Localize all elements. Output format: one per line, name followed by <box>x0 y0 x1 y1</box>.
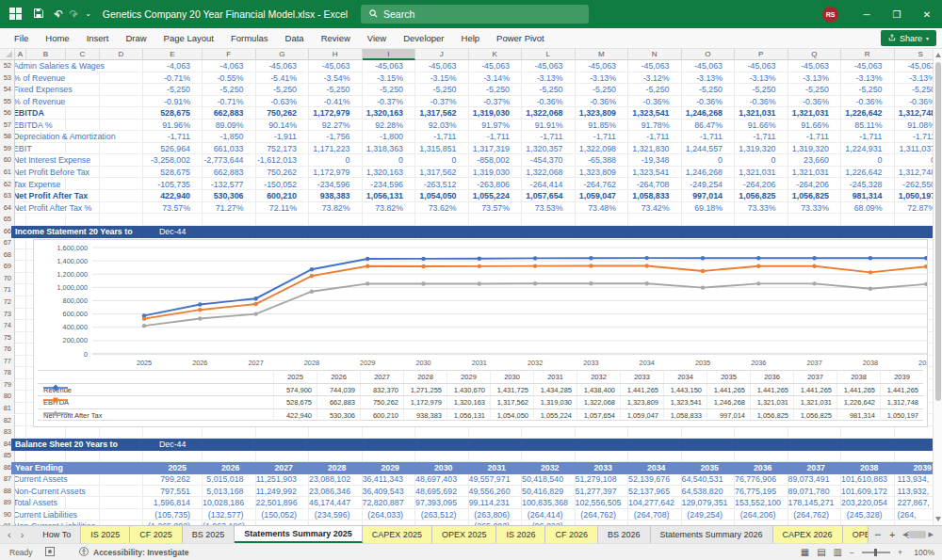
column-header-n[interactable]: N <box>628 49 682 60</box>
ribbon-tab-formulas[interactable]: Formulas <box>222 29 277 47</box>
vertical-scrollbar[interactable] <box>933 49 942 525</box>
restore-button[interactable]: ❐ <box>882 0 912 28</box>
column-header-c[interactable]: C <box>66 49 100 60</box>
sheet-tab-is-2025[interactable]: IS 2025 <box>81 526 130 543</box>
row-header-65[interactable]: 65 <box>0 214 15 226</box>
zoom-out-icon[interactable]: − <box>850 548 854 557</box>
sheet-tab-opex-2025[interactable]: OPEX 2025 <box>432 526 497 543</box>
row-header-73[interactable]: 73 <box>0 309 15 321</box>
sheet-tab-bs-2025[interactable]: BS 2025 <box>183 526 236 543</box>
select-all-corner[interactable] <box>0 49 15 60</box>
column-header-e[interactable]: E <box>143 49 203 60</box>
sheet-tab-capex-2026[interactable]: CAPEX 2026 <box>773 526 843 543</box>
search-input[interactable]: Search <box>361 5 589 24</box>
new-sheet-button[interactable]: + <box>889 529 895 540</box>
vertical-scroll-thumb[interactable] <box>935 62 941 401</box>
column-header-f[interactable]: F <box>203 49 256 60</box>
column-header-i[interactable]: I <box>363 49 416 60</box>
undo-icon[interactable]: ↶▾ <box>54 8 60 20</box>
column-header-b[interactable]: B <box>26 49 66 60</box>
row-header-85[interactable]: 85 <box>0 450 15 462</box>
column-header-g[interactable]: G <box>256 49 310 60</box>
excel-app-icon[interactable] <box>9 8 24 22</box>
sheet-tab-statements-summary-2025[interactable]: Statements Summary 2025 <box>235 526 363 543</box>
sheet-tab-how-to[interactable]: How To <box>33 526 81 543</box>
ribbon-tab-data[interactable]: Data <box>277 29 313 47</box>
row-header-61[interactable]: 61 <box>0 167 15 179</box>
column-header-r[interactable]: R <box>841 49 895 60</box>
zoom-slider-thumb[interactable] <box>874 549 877 556</box>
row-header-59[interactable]: 59 <box>0 143 15 155</box>
row-header-55[interactable]: 55 <box>0 96 15 108</box>
sheet-tab-is-2026[interactable]: IS 2026 <box>496 526 545 543</box>
column-header-o[interactable]: O <box>682 49 736 60</box>
sheet-tab-opex-2026[interactable]: OPEX 2026 <box>843 526 869 543</box>
row-header-90[interactable]: 90 <box>0 509 15 521</box>
spreadsheet-grid[interactable]: 0200,000400,000600,000800,0001,000,0001,… <box>0 49 933 525</box>
sheet-tab-bs-2026[interactable]: BS 2026 <box>598 526 651 543</box>
income-statement-chart[interactable]: 0200,000400,000600,000800,0001,000,0001,… <box>33 239 928 427</box>
horizontal-scroll-thumb[interactable] <box>909 531 926 538</box>
ribbon-tab-home[interactable]: Home <box>37 29 77 47</box>
ribbon-tab-page-layout[interactable]: Page Layout <box>155 29 222 47</box>
row-header-87[interactable]: 87 <box>0 473 15 486</box>
row-header-64[interactable]: 64 <box>0 202 15 215</box>
ribbon-tab-review[interactable]: Review <box>313 29 359 47</box>
income-statement-band[interactable]: Income Statement 20 Years toDec-44 <box>11 226 933 238</box>
close-button[interactable]: ✕ <box>912 0 942 28</box>
row-header-71[interactable]: 71 <box>0 284 15 296</box>
row-header-54[interactable]: 54 <box>0 84 15 96</box>
macro-record-icon[interactable] <box>45 547 55 558</box>
user-avatar[interactable]: RS <box>822 7 838 23</box>
zoom-in-icon[interactable]: + <box>898 548 902 557</box>
ribbon-tab-developer[interactable]: Developer <box>395 29 452 47</box>
row-header-57[interactable]: 57 <box>0 120 15 132</box>
customize-qat-icon[interactable]: ⌄ <box>85 10 91 18</box>
scroll-left-icon[interactable]: ◀ <box>902 531 907 538</box>
save-icon[interactable] <box>33 8 44 21</box>
ribbon-tab-help[interactable]: Help <box>453 29 489 47</box>
page-layout-view-icon[interactable]: ▤ <box>817 547 825 557</box>
sheet-tab-capex-2025[interactable]: CAPEX 2025 <box>363 526 432 543</box>
row-header-52[interactable]: 52 <box>0 60 15 72</box>
row-header-68[interactable]: 68 <box>0 249 15 262</box>
row-header-56[interactable]: 56 <box>0 107 15 120</box>
ribbon-tab-power-pivot[interactable]: Power Pivot <box>488 29 553 47</box>
normal-view-icon[interactable]: ▦ <box>801 547 809 557</box>
row-header-81[interactable]: 81 <box>0 403 15 415</box>
column-header-d[interactable]: D <box>100 49 143 60</box>
page-break-view-icon[interactable]: ▥ <box>834 547 842 557</box>
row-header-79[interactable]: 79 <box>0 379 15 392</box>
ribbon-tab-file[interactable]: File <box>6 29 37 47</box>
column-header-k[interactable]: K <box>469 49 523 60</box>
accessibility-status[interactable]: Accessibility: Investigate <box>79 547 189 558</box>
share-button[interactable]: Share ▾ <box>881 30 936 46</box>
column-header-j[interactable]: J <box>415 49 469 60</box>
row-header-62[interactable]: 62 <box>0 179 15 191</box>
sheet-tab-cf-2026[interactable]: CF 2026 <box>545 526 598 543</box>
row-header-80[interactable]: 80 <box>0 391 15 403</box>
row-header-78[interactable]: 78 <box>0 367 15 379</box>
ribbon-tab-view[interactable]: View <box>359 29 395 47</box>
tab-scroll-right-icon[interactable]: › <box>21 529 24 540</box>
sheet-tab-statements-summary-2026[interactable]: Statements Summary 2026 <box>651 526 773 543</box>
row-header-67[interactable]: 67 <box>0 237 15 249</box>
sheet-tab-cf-2025[interactable]: CF 2025 <box>130 526 183 543</box>
column-header-a[interactable]: A <box>15 49 26 60</box>
column-header-h[interactable]: H <box>309 49 363 60</box>
column-header-p[interactable]: P <box>735 49 788 60</box>
scroll-down-icon[interactable] <box>935 517 941 521</box>
balance-sheet-band[interactable]: Balance Sheet 20 Years toDec-44 <box>11 439 933 451</box>
column-header-q[interactable]: Q <box>788 49 842 60</box>
row-header-70[interactable]: 70 <box>0 273 15 285</box>
tab-scroll-left-icon[interactable]: ‹ <box>8 529 11 540</box>
zoom-slider[interactable] <box>862 552 890 553</box>
row-header-74[interactable]: 74 <box>0 320 15 332</box>
row-header-76[interactable]: 76 <box>0 344 15 356</box>
row-header-53[interactable]: 53 <box>0 72 15 85</box>
row-header-77[interactable]: 77 <box>0 356 15 368</box>
row-header-82[interactable]: 82 <box>0 415 15 427</box>
row-header-60[interactable]: 60 <box>0 154 15 167</box>
scroll-right-icon[interactable]: ▶ <box>928 531 933 538</box>
row-header-75[interactable]: 75 <box>0 332 15 344</box>
